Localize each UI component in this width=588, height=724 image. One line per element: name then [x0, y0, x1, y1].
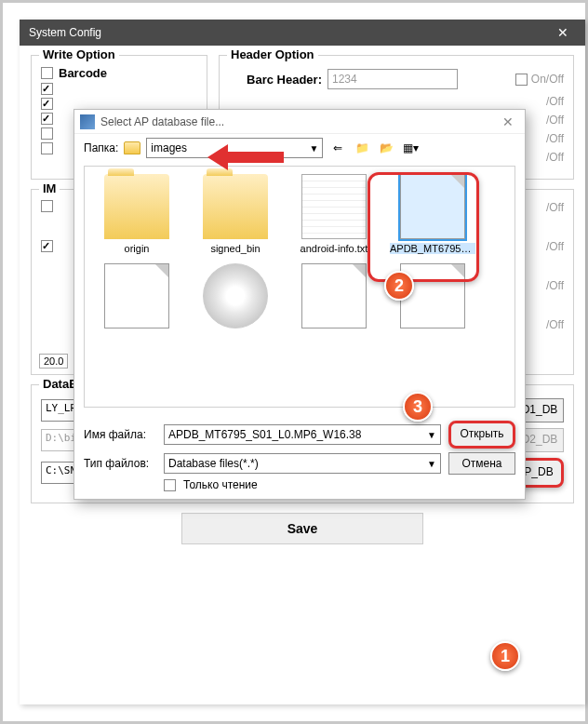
barc-header-label: Barc Header: — [229, 73, 322, 87]
up-folder-icon[interactable]: 📁 — [353, 139, 371, 157]
file-item[interactable]: signed_bin — [193, 174, 278, 254]
annotation-badge-1: 1 — [490, 641, 520, 671]
barc-header-input[interactable] — [327, 69, 458, 89]
hdr-onoff-6: /Off — [546, 201, 564, 214]
folder-icon — [203, 174, 268, 239]
chevron-down-icon: ▼ — [427, 430, 436, 440]
barcode-label: Barcode — [59, 66, 107, 80]
file-item[interactable]: android-info.txt — [291, 174, 377, 254]
chevron-down-icon: ▼ — [309, 143, 318, 154]
imei-legend: IM — [39, 181, 60, 195]
hidden-number: 20.0 — [39, 354, 68, 369]
filetype-combo[interactable]: Database files(*.*) ▼ — [164, 453, 441, 474]
file-item-name: origin — [94, 243, 180, 254]
main-close-button[interactable]: ✕ — [550, 25, 576, 40]
file-icon — [104, 263, 169, 328]
main-titlebar: System Config ✕ — [20, 20, 585, 46]
file-dialog-title: Select AP database file... — [100, 115, 497, 128]
write-option-legend: Write Option — [39, 47, 119, 61]
hdr-onoff-4: /Off — [546, 132, 564, 145]
file-list[interactable]: originsigned_binandroid-info.txtAPDB_MT6… — [84, 166, 515, 408]
folder-icon — [124, 141, 140, 154]
file-item[interactable] — [94, 263, 180, 332]
textfile-icon — [301, 174, 367, 239]
filename-input[interactable]: APDB_MT6795_S01_L0.MP6_W16.38 ▼ — [164, 424, 441, 445]
cancel-button[interactable]: Отмена — [448, 452, 515, 475]
folder-icon — [104, 174, 169, 239]
header-option-legend: Header Option — [227, 47, 318, 61]
hdr-onoff-7: /Off — [546, 240, 564, 253]
new-folder-icon[interactable]: 📂 — [377, 139, 395, 157]
readonly-label: Только чтение — [183, 478, 258, 491]
hdr-onoff-3: /Off — [546, 114, 564, 127]
views-icon[interactable]: ▦▾ — [401, 139, 420, 157]
write-opt-check-4[interactable] — [41, 127, 53, 140]
file-item[interactable] — [291, 263, 377, 332]
folder-label: Папка: — [84, 141, 118, 154]
file-dialog-titlebar: Select AP database file... ✕ — [74, 110, 525, 134]
filetype-label: Тип файлов: — [84, 457, 156, 470]
write-opt-check-5[interactable] — [41, 142, 53, 154]
write-opt-check-3[interactable] — [41, 113, 53, 125]
barc-onoff-checkbox[interactable] — [515, 74, 528, 86]
annotation-arrow — [207, 144, 284, 170]
file-item[interactable]: APDB_MT6795_S... — [390, 174, 475, 254]
file-item-name: android-info.txt — [291, 243, 377, 254]
file-open-dialog: Select AP database file... ✕ Папка: imag… — [74, 109, 526, 500]
write-opt-check-1[interactable] — [41, 83, 53, 95]
hdr-onoff-2: /Off — [546, 95, 564, 108]
file-icon — [400, 174, 465, 239]
file-dialog-app-icon — [80, 114, 95, 129]
disc-icon — [203, 263, 268, 328]
file-icon — [301, 263, 367, 328]
save-button[interactable]: Save — [181, 513, 423, 544]
hdr-onoff-8: /Off — [546, 279, 564, 292]
barc-onoff-label: On/Off — [531, 73, 564, 86]
annotation-badge-3: 3 — [403, 392, 433, 422]
filename-label: Имя файла: — [84, 428, 156, 441]
file-item-name: APDB_MT6795_S... — [390, 243, 475, 254]
main-window-title: System Config — [29, 26, 550, 39]
back-icon[interactable]: ⇐ — [328, 139, 347, 157]
open-button[interactable]: Открыть — [448, 421, 515, 449]
file-item[interactable]: origin — [94, 174, 180, 254]
file-item[interactable] — [193, 263, 278, 332]
folder-name: images — [151, 141, 187, 154]
imei-check-2[interactable] — [41, 240, 53, 252]
annotation-badge-2: 2 — [384, 271, 414, 301]
write-opt-check-2[interactable] — [41, 98, 53, 110]
readonly-checkbox[interactable] — [164, 479, 176, 491]
file-item-name: signed_bin — [193, 243, 278, 254]
hdr-onoff-9: /Off — [546, 318, 564, 331]
barcode-checkbox[interactable] — [41, 67, 53, 79]
chevron-down-icon: ▼ — [427, 459, 436, 469]
file-dialog-close-button[interactable]: ✕ — [497, 114, 519, 129]
hdr-onoff-5: /Off — [546, 151, 564, 164]
imei-check-1[interactable] — [41, 200, 53, 212]
